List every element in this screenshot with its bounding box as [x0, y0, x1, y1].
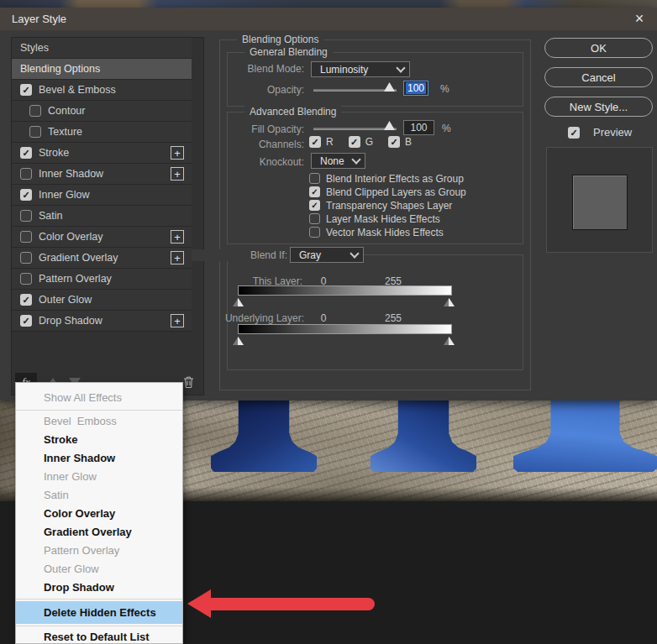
chevron-down-icon: [351, 154, 360, 164]
option-blend-interior-effects-as-group: Blend Interior Effects as Group: [309, 173, 466, 184]
menu-item-show-all-effects[interactable]: Show All Effects: [16, 388, 182, 408]
fill-opacity-percent-sign: %: [442, 123, 451, 134]
add-gradient-overlay-button[interactable]: +: [171, 251, 184, 264]
sidebar-item-label: Styles: [20, 42, 49, 54]
opacity-input[interactable]: 100: [403, 81, 428, 96]
sidebar-item-stroke[interactable]: ✓Stroke+: [12, 143, 192, 164]
menu-item-inner-shadow[interactable]: Inner Shadow: [16, 449, 182, 468]
sidebar-item-label: Gradient Overlay: [39, 252, 118, 264]
blend-clipped-layers-as-group-checkbox[interactable]: ✓: [309, 186, 320, 197]
pattern-overlay-checkbox[interactable]: [20, 273, 32, 285]
preview-checkbox[interactable]: ✓: [568, 127, 580, 139]
fill-opacity-label: Fill Opacity:: [212, 123, 304, 135]
ok-button[interactable]: OK: [544, 38, 653, 58]
opacity-slider-track[interactable]: [313, 89, 397, 92]
add-inner-shadow-button[interactable]: +: [171, 167, 184, 181]
menu-item-reset-to-default-list[interactable]: Reset to Default List: [16, 628, 182, 644]
menu-separator: [16, 599, 182, 599]
layer-mask-hides-effects-checkbox[interactable]: [309, 213, 320, 224]
layer-style-dialog: Layer Style × StylesBlending Options✓Bev…: [0, 8, 657, 401]
channel-r-checkbox[interactable]: ✓: [309, 136, 321, 148]
add-drop-shadow-button[interactable]: +: [171, 314, 184, 327]
vector-mask-hides-effects-checkbox[interactable]: [309, 227, 320, 238]
close-icon[interactable]: ×: [630, 10, 649, 29]
drop-shadow-checkbox[interactable]: ✓: [20, 315, 32, 327]
trash-icon[interactable]: [182, 375, 195, 389]
sidebar-item-gradient-overlay[interactable]: Gradient Overlay+: [12, 248, 192, 269]
sidebar-item-blending-options[interactable]: Blending Options: [12, 59, 192, 80]
blue-letter-shape: [211, 401, 317, 472]
blend-if-dropdown[interactable]: Gray: [290, 247, 364, 263]
cancel-button[interactable]: Cancel: [544, 67, 653, 87]
sidebar-item-styles[interactable]: Styles: [12, 38, 192, 59]
sidebar-item-bevel-emboss[interactable]: ✓Bevel & Emboss: [12, 80, 192, 101]
gradient-overlay-checkbox[interactable]: [20, 252, 32, 264]
fill-opacity-input[interactable]: 100: [403, 120, 434, 135]
underlying-layer-min: 0: [315, 312, 332, 324]
sidebar-item-label: Stroke: [39, 147, 69, 159]
sidebar-item-label: Color Overlay: [39, 231, 102, 243]
menu-item-drop-shadow[interactable]: Drop Shadow: [16, 579, 182, 597]
preview-label: Preview: [593, 126, 632, 139]
sidebar-item-inner-glow[interactable]: ✓Inner Glow: [12, 185, 192, 206]
inner-shadow-checkbox[interactable]: [20, 168, 32, 180]
menu-item-pattern-overlay[interactable]: Pattern Overlay: [16, 542, 182, 560]
sidebar-item-inner-shadow[interactable]: Inner Shadow+: [12, 164, 192, 185]
texture-checkbox[interactable]: [29, 126, 41, 138]
knockout-label: Knockout:: [212, 156, 304, 168]
add-stroke-button[interactable]: +: [171, 146, 184, 160]
dialog-title: Layer Style: [12, 13, 66, 25]
outer-glow-checkbox[interactable]: ✓: [20, 294, 32, 306]
menu-item-color-overlay[interactable]: Color Overlay: [16, 505, 182, 523]
chevron-down-icon: [350, 249, 359, 258]
menu-item-gradient-overlay[interactable]: Gradient Overlay: [16, 523, 182, 542]
satin-checkbox[interactable]: [20, 210, 32, 222]
effects-context-menu: Show All EffectsBevel EmbossStrokeInner …: [15, 382, 183, 644]
sidebar-item-label: Blending Options: [20, 63, 100, 75]
menu-item-stroke[interactable]: Stroke: [16, 431, 182, 449]
chevron-down-icon: [396, 63, 405, 72]
channel-g-checkbox[interactable]: ✓: [349, 136, 360, 148]
channel-label: R: [326, 136, 334, 148]
sidebar-item-label: Texture: [48, 126, 82, 138]
sidebar-item-contour[interactable]: Contour: [12, 101, 192, 122]
sidebar-item-label: Bevel & Emboss: [39, 84, 116, 96]
blend-interior-effects-as-group-checkbox[interactable]: [309, 173, 320, 184]
underlying-layer-label: Underlying Layer:: [195, 312, 304, 324]
sidebar-item-satin[interactable]: Satin: [12, 206, 192, 227]
blend-mode-dropdown[interactable]: Luminosity: [311, 61, 410, 77]
red-arrow-icon: [208, 598, 375, 610]
sidebar-item-texture[interactable]: Texture: [12, 122, 192, 143]
underlying-layer-gradient-bar[interactable]: [238, 324, 452, 334]
dialog-titlebar[interactable]: Layer Style ×: [0, 8, 657, 30]
stroke-checkbox[interactable]: ✓: [20, 147, 32, 159]
sidebar-item-label: Inner Glow: [39, 189, 89, 201]
color-overlay-checkbox[interactable]: [20, 231, 32, 243]
inner-glow-checkbox[interactable]: ✓: [20, 189, 32, 201]
contour-checkbox[interactable]: [29, 105, 41, 117]
menu-item-delete-hidden-effects[interactable]: Delete Hidden Effects: [16, 601, 182, 624]
blend-mode-label: Blend Mode:: [212, 63, 304, 75]
blending-options-title: Blending Options: [237, 34, 323, 45]
new-style-button[interactable]: New Style...: [544, 97, 653, 117]
menu-item-satin[interactable]: Satin: [16, 486, 182, 505]
fill-opacity-slider-track[interactable]: [313, 128, 397, 130]
knockout-dropdown[interactable]: None: [311, 153, 365, 169]
add-color-overlay-button[interactable]: +: [171, 230, 184, 243]
menu-item-outer-glow[interactable]: Outer Glow: [16, 560, 182, 579]
opacity-label: Opacity:: [212, 84, 304, 96]
sidebar-item-outer-glow[interactable]: ✓Outer Glow: [12, 290, 192, 311]
blue-letter-shape: [513, 401, 657, 472]
menu-item-bevel-emboss[interactable]: Bevel Emboss: [16, 412, 182, 431]
sidebar-item-label: Pattern Overlay: [39, 273, 112, 285]
this-layer-gradient-bar[interactable]: [238, 285, 452, 296]
bevel-emboss-checkbox[interactable]: ✓: [20, 84, 32, 96]
sidebar-item-color-overlay[interactable]: Color Overlay+: [12, 227, 192, 248]
transparency-shapes-layer-checkbox[interactable]: ✓: [309, 200, 320, 211]
sidebar-item-drop-shadow[interactable]: ✓Drop Shadow+: [12, 311, 192, 332]
option-label: Blend Interior Effects as Group: [326, 173, 464, 185]
channel-b-checkbox[interactable]: ✓: [388, 136, 400, 148]
menu-item-inner-glow[interactable]: Inner Glow: [16, 468, 182, 486]
sidebar-item-pattern-overlay[interactable]: Pattern Overlay: [12, 269, 192, 290]
preview-option: ✓ Preview: [568, 126, 632, 139]
